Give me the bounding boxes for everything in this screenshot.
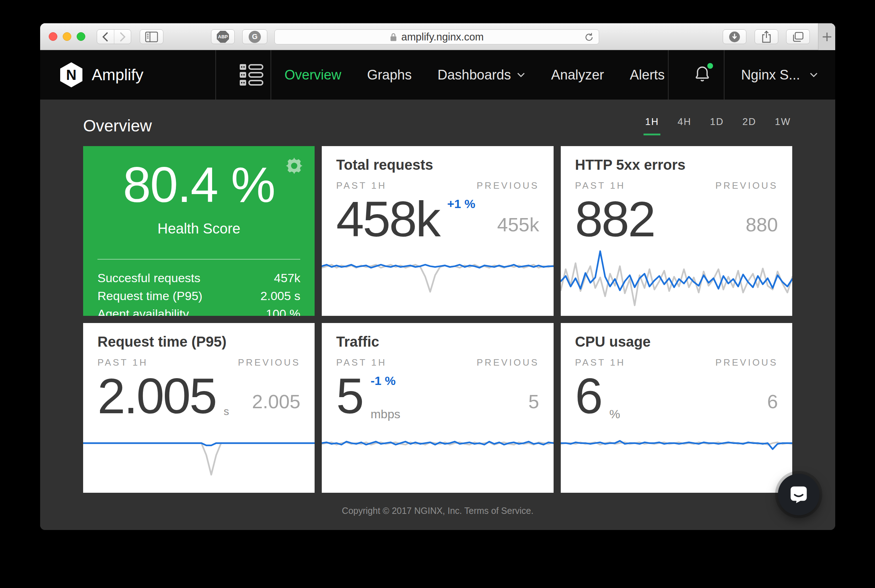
- nav-divider: [271, 50, 271, 99]
- previous-label: PREVIOUS: [716, 180, 778, 191]
- lock-icon: [390, 32, 397, 42]
- chevron-left-icon: [102, 32, 109, 42]
- amplify-logo[interactable]: N Amplify: [60, 50, 143, 99]
- chevron-down-icon: [809, 72, 818, 78]
- systems-list-button[interactable]: [232, 50, 271, 99]
- browser-toolbar: ABP G amplify.nginx.com: [40, 23, 835, 50]
- sidebar-icon: [145, 32, 158, 42]
- previous-value: 455k: [497, 215, 539, 239]
- nav-links: Overview Graphs Dashboards Analyzer Aler…: [284, 50, 665, 99]
- card-title: HTTP 5xx errors: [575, 157, 778, 173]
- past-label: PAST 1H: [575, 357, 625, 368]
- download-icon: [728, 30, 741, 44]
- health-metric-row: Succesful requests 457k: [98, 269, 300, 287]
- card-title: Traffic: [336, 334, 539, 350]
- previous-label: PREVIOUS: [716, 357, 778, 368]
- downloads-button[interactable]: [723, 29, 746, 44]
- notification-badge: [707, 63, 713, 69]
- brand-name: Amplify: [92, 66, 143, 84]
- notifications-button[interactable]: [681, 50, 724, 99]
- share-icon: [761, 30, 772, 44]
- forward-button[interactable]: [114, 30, 131, 44]
- previous-value: 6: [767, 392, 778, 416]
- chevron-right-icon: [119, 32, 126, 42]
- previous-label: PREVIOUS: [238, 357, 300, 368]
- past-label: PAST 1H: [336, 180, 386, 191]
- time-range-selector: 1H 4H 1D 2D 1W: [643, 116, 792, 135]
- ghostery-icon: G: [249, 31, 261, 43]
- plus-icon: [822, 32, 832, 42]
- time-range-1d[interactable]: 1D: [708, 116, 725, 135]
- metric-label: Succesful requests: [98, 269, 200, 287]
- total-requests-card: Total requests PAST 1H PREVIOUS 458k +1 …: [322, 146, 553, 316]
- nginx-logo-icon: N: [60, 62, 83, 87]
- nav-item-alerts[interactable]: Alerts: [630, 68, 665, 83]
- request-time-sparkline: [83, 417, 314, 493]
- past-label: PAST 1H: [575, 180, 625, 191]
- chat-bubble-icon: [788, 484, 809, 505]
- current-value: 882: [575, 199, 655, 239]
- http-5xx-errors-card: HTTP 5xx errors PAST 1H PREVIOUS 882 880: [561, 146, 792, 316]
- page-header: Overview 1H 4H 1D 2D 1W: [83, 99, 792, 135]
- card-title: Total requests: [336, 157, 539, 173]
- http-5xx-sparkline: [561, 241, 792, 316]
- current-value: 2.005: [98, 376, 216, 416]
- gear-icon: [286, 158, 302, 174]
- abp-icon: ABP: [217, 31, 229, 43]
- time-range-2d[interactable]: 2D: [741, 116, 758, 135]
- settings-button[interactable]: [286, 158, 302, 176]
- previous-value: 2.005: [252, 392, 300, 416]
- delta-value: +1 %: [447, 197, 475, 211]
- adblock-extension-button[interactable]: ABP: [211, 29, 235, 44]
- request-time-card: Request time (P95) PAST 1H PREVIOUS 2.00…: [83, 323, 314, 493]
- health-metrics: Succesful requests 457k Request time (P9…: [98, 269, 300, 316]
- account-name: Nginx S...: [741, 68, 800, 83]
- terms-of-service-link[interactable]: Terms of Service.: [465, 506, 534, 516]
- tab-overview-button[interactable]: [786, 29, 810, 44]
- back-button[interactable]: [97, 30, 114, 44]
- time-range-4h[interactable]: 4H: [676, 116, 693, 135]
- delta-value: -1 %: [370, 374, 400, 388]
- divider: [98, 259, 300, 260]
- account-menu[interactable]: Nginx S...: [724, 50, 835, 99]
- metric-label: Request time (P95): [98, 287, 203, 305]
- share-button[interactable]: [755, 29, 778, 44]
- health-metric-row: Agent availability 100 %: [98, 305, 300, 316]
- browser-window: ABP G amplify.nginx.com N Amplify: [40, 23, 835, 530]
- minimize-window-button[interactable]: [63, 32, 71, 41]
- time-range-1h[interactable]: 1H: [643, 116, 660, 135]
- ghostery-extension-button[interactable]: G: [242, 29, 267, 44]
- traffic-card: Traffic PAST 1H PREVIOUS 5 -1 %mbps 5: [322, 323, 553, 493]
- health-metric-row: Request time (P95) 2.005 s: [98, 287, 300, 305]
- health-score-card: 80.4 % Health Score Succesful requests 4…: [83, 146, 314, 316]
- total-requests-sparkline: [322, 241, 553, 316]
- health-score-label: Health Score: [83, 220, 314, 237]
- chat-launcher-button[interactable]: [778, 474, 819, 515]
- past-label: PAST 1H: [336, 357, 386, 368]
- nav-item-dashboards[interactable]: Dashboards: [438, 68, 525, 83]
- current-value: 6: [575, 376, 601, 416]
- previous-label: PREVIOUS: [477, 357, 539, 368]
- sidebar-toggle-button[interactable]: [140, 29, 163, 44]
- health-score-value: 80.4 %: [83, 165, 314, 205]
- metric-label: Agent availability: [98, 305, 189, 316]
- nav-item-graphs[interactable]: Graphs: [367, 68, 412, 83]
- previous-value: 5: [529, 392, 539, 416]
- nav-divider: [215, 50, 216, 99]
- cpu-usage-card: CPU usage PAST 1H PREVIOUS 6 % 6: [561, 323, 792, 493]
- address-bar[interactable]: amplify.nginx.com: [274, 29, 599, 44]
- zoom-window-button[interactable]: [77, 32, 85, 41]
- app-navbar: N Amplify Overview Graphs: [40, 50, 835, 99]
- nav-item-analyzer[interactable]: Analyzer: [551, 68, 604, 83]
- url-text: amplify.nginx.com: [401, 31, 484, 43]
- previous-value: 880: [746, 215, 778, 239]
- current-value: 458k: [336, 199, 439, 239]
- nav-item-overview[interactable]: Overview: [284, 68, 341, 83]
- traffic-sparkline: [322, 417, 553, 493]
- time-range-1w[interactable]: 1W: [774, 116, 792, 135]
- past-label: PAST 1H: [98, 357, 148, 368]
- new-tab-button[interactable]: [818, 23, 835, 50]
- metric-value: 2.005 s: [260, 287, 301, 305]
- reload-button[interactable]: [584, 32, 594, 45]
- close-window-button[interactable]: [49, 32, 57, 41]
